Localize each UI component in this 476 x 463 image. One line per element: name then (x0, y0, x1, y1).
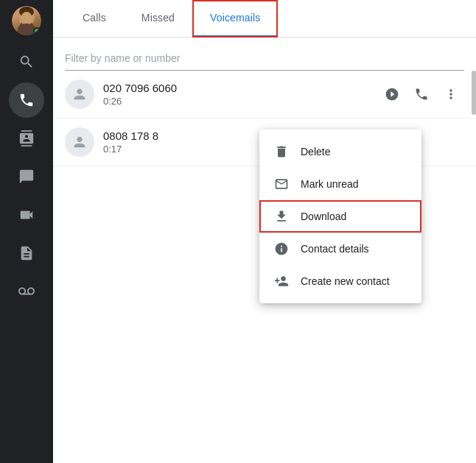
download-icon (274, 209, 289, 224)
vm-info-1: 020 7096 6060 0:26 (103, 82, 370, 107)
context-menu: Delete Mark unread Download Contact deta… (259, 130, 421, 303)
scrollbar-thumb (472, 71, 476, 115)
more-button-1[interactable] (438, 81, 464, 107)
email-icon (274, 177, 289, 191)
status-dot (33, 27, 41, 35)
sidebar-item-docs[interactable] (9, 236, 44, 271)
sidebar-item-calls[interactable] (9, 82, 44, 118)
sidebar-item-voicemail[interactable] (9, 274, 44, 309)
menu-label-mark-unread: Mark unread (301, 178, 359, 190)
sidebar-item-video[interactable] (9, 197, 44, 233)
scrollbar[interactable] (472, 71, 476, 463)
svg-point-3 (21, 13, 32, 26)
filter-input[interactable] (65, 49, 464, 71)
menu-item-delete[interactable]: Delete (259, 135, 421, 168)
tab-calls[interactable]: Calls (65, 0, 124, 38)
menu-item-contact-details[interactable]: Contact details (259, 233, 421, 265)
menu-item-create-contact[interactable]: Create new contact (259, 265, 421, 297)
menu-label-download: Download (301, 211, 346, 222)
sidebar-item-search[interactable] (9, 44, 44, 79)
voicemail-list: 020 7096 6060 0:26 0808 178 8 (53, 71, 476, 463)
menu-item-download[interactable]: Download (259, 200, 421, 233)
vm-duration-1: 0:26 (103, 96, 370, 107)
sidebar (0, 0, 53, 463)
main-panel: Calls Missed Voicemails 020 7096 6060 0:… (53, 0, 476, 463)
sidebar-item-chat[interactable] (9, 159, 44, 194)
tabs-bar: Calls Missed Voicemails (53, 0, 476, 38)
tab-missed[interactable]: Missed (124, 0, 192, 38)
call-button-1[interactable] (408, 81, 435, 107)
contact-avatar-2 (65, 127, 94, 157)
filter-bar (53, 38, 476, 71)
voicemail-item-1: 020 7096 6060 0:26 (53, 71, 476, 119)
menu-label-create-contact: Create new contact (301, 275, 390, 287)
avatar[interactable] (12, 6, 41, 35)
play-button-1[interactable] (379, 81, 405, 107)
contact-avatar-1 (65, 79, 94, 109)
person-add-icon (274, 274, 289, 289)
menu-label-contact-details: Contact details (301, 243, 369, 255)
vm-actions-1 (379, 81, 464, 107)
trash-icon (274, 144, 289, 159)
tab-voicemails[interactable]: Voicemails (192, 0, 278, 38)
menu-label-delete: Delete (301, 146, 330, 158)
info-icon (274, 241, 289, 256)
svg-point-1 (19, 7, 34, 17)
menu-item-mark-unread[interactable]: Mark unread (259, 168, 421, 200)
sidebar-item-contacts[interactable] (9, 121, 44, 156)
vm-number-1: 020 7096 6060 (103, 82, 370, 94)
